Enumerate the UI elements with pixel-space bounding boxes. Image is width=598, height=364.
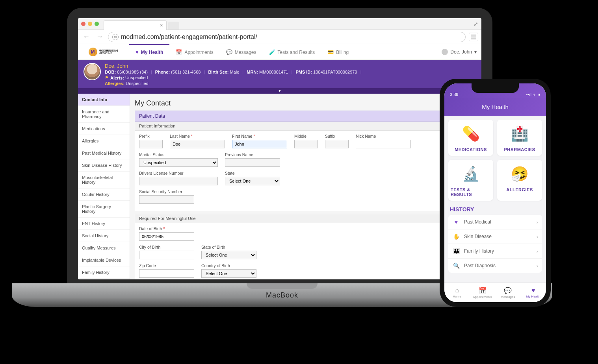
patient-demographics: DOB: 06/08/1985 (34) | Phone: (561) 321-… <box>105 70 363 74</box>
nav-appointments[interactable]: 📅 Appointments <box>169 44 219 59</box>
banner-collapse-toggle[interactable]: ▼ <box>78 88 481 94</box>
chevron-right-icon: › <box>537 219 538 225</box>
sidebar-item-skin-disease[interactable]: Skin Disease History <box>78 159 130 172</box>
sidebar-item-ent[interactable]: ENT History <box>78 218 130 230</box>
sidebar-item-medications[interactable]: Medications <box>78 123 130 135</box>
prefix-input[interactable] <box>139 140 163 148</box>
sidebar-item-allergies[interactable]: Allergies <box>78 135 130 147</box>
nick-label: Nick Name <box>356 134 411 139</box>
tab-messages[interactable]: 💬 Messages <box>495 283 521 302</box>
phone-title: My Health <box>482 103 509 110</box>
patient-allergies: Allergies: Unspecified <box>105 81 363 86</box>
forward-icon[interactable]: → <box>95 33 105 41</box>
macbook-label: MacBook <box>266 291 298 299</box>
sidebar-item-ocular[interactable]: Ocular History <box>78 188 130 201</box>
chevron-right-icon: › <box>537 263 538 269</box>
nav-messages[interactable]: 💬 Messages <box>220 44 263 59</box>
nav-label: Tests and Results <box>278 50 315 55</box>
dl-input[interactable] <box>139 177 218 185</box>
history-item-past-diagnosis[interactable]: 🔍 Past Diagnosis › <box>448 259 542 273</box>
prev-name-input[interactable] <box>225 158 280 167</box>
country-birth-label: Country of Birth <box>201 263 256 268</box>
tab-my-health[interactable]: ♥ My Health <box>521 283 546 302</box>
subsection-patient-information: Patient Information <box>135 122 477 131</box>
close-window-icon[interactable] <box>81 22 85 26</box>
microscope-icon: 🔬 <box>459 164 483 184</box>
history-item-family[interactable]: 👪 Family History › <box>448 244 542 259</box>
tab-home[interactable]: ⌂ Home <box>444 283 470 302</box>
history-item-skin[interactable]: ✋ Skin Disease › <box>448 229 542 244</box>
sidebar-item-problem-list[interactable]: Problem List <box>78 279 130 279</box>
status-icons: ••ıl ᯤ ▮ <box>526 92 540 97</box>
site-identity-icon: m <box>112 34 119 40</box>
state-birth-select[interactable]: Select One <box>201 251 256 259</box>
search-doc-icon: 🔍 <box>452 262 460 270</box>
maximize-window-icon[interactable] <box>95 22 99 26</box>
nick-input[interactable] <box>356 140 411 148</box>
phone-header: My Health <box>444 98 546 116</box>
middle-input[interactable] <box>294 140 318 148</box>
new-tab-button[interactable] <box>168 22 179 30</box>
state-select[interactable]: Select One <box>225 177 280 185</box>
chevron-down-icon: ▾ <box>474 49 477 55</box>
history-item-past-medical[interactable]: ♥ Past Medical › <box>448 215 542 229</box>
state-birth-label: State of Birth <box>201 245 256 249</box>
middle-label: Middle <box>294 134 318 139</box>
nav-billing[interactable]: 💳 Billing <box>321 44 355 59</box>
hand-icon: ✋ <box>452 233 460 240</box>
test-tube-icon: 🧪 <box>269 49 275 55</box>
flag-icon: ⚑ <box>105 75 109 80</box>
tab-appointments[interactable]: 📅 Appointments <box>470 283 496 302</box>
logo-icon <box>89 48 97 56</box>
browser-menu-icon[interactable] <box>469 33 478 41</box>
sidebar-item-past-medical[interactable]: Past Medical History <box>78 147 130 159</box>
patient-alerts: ⚑ Alerts: Unspecified <box>105 75 363 80</box>
fullscreen-icon[interactable]: ⤢ <box>474 21 478 27</box>
dob-input[interactable] <box>139 232 194 241</box>
sidebar-item-insurance-pharmacy[interactable]: Insurance and Pharmacy <box>78 106 130 123</box>
sidebar-item-family[interactable]: Family History <box>78 266 130 279</box>
app-logo[interactable]: MODERNIZING MEDICINE <box>78 44 129 59</box>
browser-tab-strip: × ⤢ <box>78 18 481 30</box>
nav-label: My Health <box>141 50 163 55</box>
people-icon: 👪 <box>452 247 460 255</box>
app-body: Contact Info Insurance and Pharmacy Medi… <box>78 94 481 279</box>
minimize-window-icon[interactable] <box>88 22 92 26</box>
ssn-input[interactable] <box>139 195 194 204</box>
last-name-input[interactable] <box>170 140 225 148</box>
tile-pharmacies[interactable]: 🏥 PHARMACIES <box>497 120 542 156</box>
tab-close-icon[interactable]: × <box>160 22 163 28</box>
sidebar-item-implantable[interactable]: Implantable Devices <box>78 254 130 266</box>
heart-icon: ♥ <box>531 287 535 294</box>
nav-my-health[interactable]: ♥ My Health <box>129 44 169 59</box>
sidebar-item-plastic-surgery[interactable]: Plastic Surgery History <box>78 201 130 218</box>
main-content: My Contact Patient Data Patient Informat… <box>130 94 481 279</box>
section-patient-data: Patient Data <box>135 111 477 122</box>
city-birth-input[interactable] <box>139 251 194 259</box>
browser-tab[interactable]: × <box>104 20 167 30</box>
sidebar-item-musculoskeletal[interactable]: Musculoskeletal History <box>78 172 130 188</box>
tissue-box-icon: 🤧 <box>508 164 531 184</box>
nav-tests[interactable]: 🧪 Tests and Results <box>263 44 321 59</box>
chevron-right-icon: › <box>537 234 538 240</box>
avatar-icon <box>442 49 448 55</box>
user-menu[interactable]: Doe, John ▾ <box>437 44 481 59</box>
first-name-input[interactable] <box>232 140 287 148</box>
sidebar-item-quality[interactable]: Quality Measures <box>78 242 130 254</box>
country-birth-select[interactable]: Select One <box>201 269 256 278</box>
user-name: Doe, John <box>450 49 472 55</box>
browser-toolbar: ← → m modmed.com/patient-engagement/pati… <box>78 30 481 44</box>
back-icon[interactable]: ← <box>81 33 91 41</box>
sidebar-item-contact-info[interactable]: Contact Info <box>78 94 130 106</box>
suffix-input[interactable] <box>325 140 349 148</box>
address-bar-text: modmed.com/patient-engagement/patient-po… <box>121 33 257 41</box>
marital-select[interactable]: Unspecified <box>139 158 218 167</box>
tile-allergies[interactable]: 🤧 ALLERGIES <box>497 160 542 201</box>
address-bar[interactable]: m modmed.com/patient-engagement/patient-… <box>108 32 466 42</box>
marital-label: Marital Status <box>139 152 218 157</box>
tile-tests-results[interactable]: 🔬 TESTS & RESULTS <box>448 160 493 201</box>
zip-input[interactable] <box>139 269 194 278</box>
tile-medications[interactable]: 💊 MEDICATIONS <box>448 120 493 156</box>
sidebar-item-social[interactable]: Social History <box>78 230 130 242</box>
iphone-frame: 3:39 ••ıl ᯤ ▮ ‹ Search My Health 💊 MEDIC… <box>440 79 551 307</box>
